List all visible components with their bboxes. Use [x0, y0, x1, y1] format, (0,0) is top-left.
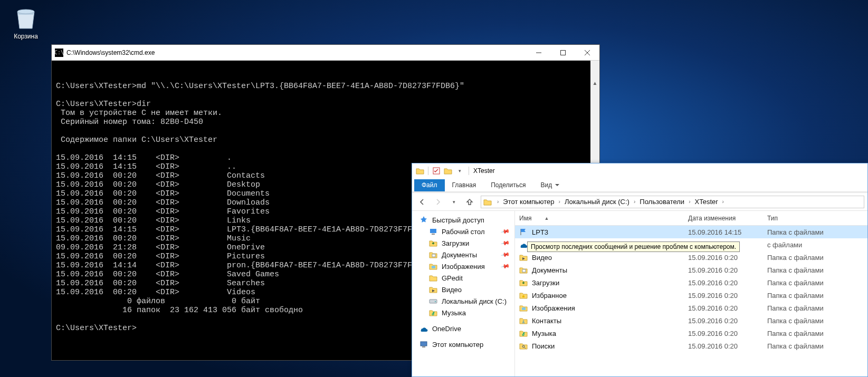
file-type: Папка с файлами [767, 266, 867, 274]
crumb-xtester[interactable]: XTester [692, 198, 720, 206]
file-type: Папка с файлами [767, 292, 867, 299]
file-name: Документы [532, 266, 567, 274]
cmd-titlebar[interactable]: C:\ C:\Windows\system32\cmd.exe [52, 45, 599, 61]
video-icon [519, 253, 528, 262]
file-type: Папка с файлами [767, 317, 867, 325]
close-button[interactable] [575, 45, 599, 60]
qat-properties-icon[interactable] [432, 165, 441, 177]
nav-forward-button[interactable] [431, 195, 445, 209]
nav-item-downloads[interactable]: Загрузки📌 [412, 237, 514, 249]
nav-quick-access[interactable]: Быстрый доступ [412, 214, 514, 226]
nav-history-button[interactable]: ▾ [447, 195, 461, 209]
sort-asc-icon: ▲ [544, 216, 549, 221]
explorer-window: ▾ XTester Файл Главная Поделиться Вид ▾ … [412, 163, 868, 377]
file-type: с файлами [767, 241, 867, 249]
file-date: 15.09.2016 0:20 [688, 254, 767, 262]
file-name: Изображения [532, 304, 575, 312]
file-row[interactable]: LPT315.09.2016 14:15Папка с файлами [515, 226, 867, 238]
svg-rect-12 [522, 307, 526, 310]
column-name[interactable]: Имя ▲ [519, 215, 688, 222]
file-date: 15.09.2016 0:20 [688, 317, 767, 325]
recycle-bin[interactable]: Корзина [7, 5, 44, 40]
file-row[interactable]: Изображения15.09.2016 0:20Папка с файлам… [515, 302, 867, 314]
svg-rect-1 [561, 50, 566, 55]
minimize-button[interactable] [527, 45, 551, 60]
nav-item-desktop[interactable]: Рабочий стол📌 [412, 226, 514, 237]
crumb-users[interactable]: Пользователи [637, 198, 686, 206]
chevron-right-icon[interactable]: › [557, 199, 562, 205]
downloads-icon [429, 239, 437, 247]
maximize-button[interactable] [551, 45, 575, 60]
search-icon [519, 342, 528, 350]
nav-item-documents[interactable]: Документы📌 [412, 249, 514, 260]
file-row[interactable]: Загрузки15.09.2016 0:20Папка с файлами [515, 276, 867, 289]
cmd-title: C:\Windows\system32\cmd.exe [66, 49, 527, 56]
nav-item-video[interactable]: Видео [412, 284, 514, 295]
pictures-icon [429, 262, 437, 270]
tab-home[interactable]: Главная [445, 179, 484, 191]
nav-item-music[interactable]: Музыка [412, 307, 514, 318]
music-icon [429, 308, 437, 317]
documents-icon [429, 250, 437, 259]
nav-item-drive[interactable]: Локальный диск (C:) [412, 295, 514, 307]
ribbon-tabs: Файл Главная Поделиться Вид [412, 178, 867, 191]
svg-rect-3 [430, 229, 436, 233]
file-row[interactable]: Музыка15.09.2016 0:20Папка с файлами [515, 327, 867, 340]
svg-point-13 [523, 321, 524, 322]
file-row[interactable]: Поиски15.09.2016 0:20Папка с файлами [515, 340, 867, 352]
onedrive-icon [419, 324, 428, 333]
folder-icon [429, 274, 437, 282]
svg-point-8 [435, 301, 436, 302]
column-date[interactable]: Дата изменения [688, 215, 767, 222]
documents-icon [519, 266, 528, 274]
nav-up-button[interactable] [463, 195, 476, 209]
qat-dropdown-icon[interactable]: ▾ [455, 165, 464, 177]
explorer-nav-pane: Быстрый доступ Рабочий стол📌Загрузки📌Док… [412, 211, 515, 376]
nav-item-label: Загрузки [442, 239, 469, 247]
file-name: Избранное [532, 292, 567, 299]
tab-share[interactable]: Поделиться [483, 179, 533, 191]
scroll-up-arrow[interactable]: ▲ [590, 79, 599, 88]
file-row[interactable]: Контакты15.09.2016 0:20Папка с файлами [515, 314, 867, 327]
nav-item-pictures[interactable]: Изображения📌 [412, 260, 514, 272]
chevron-right-icon[interactable]: › [720, 199, 726, 205]
column-type[interactable]: Тип [767, 215, 867, 222]
nav-item-label: Видео [442, 286, 462, 294]
svg-rect-5 [432, 254, 435, 257]
crumb-drive-c[interactable]: Локальный диск (C:) [562, 198, 632, 206]
file-row[interactable]: Избранное15.09.2016 0:20Папка с файлами [515, 289, 867, 302]
explorer-folder-icon [415, 165, 425, 177]
nav-onedrive[interactable]: OneDrive [412, 323, 514, 334]
video-icon [429, 285, 437, 294]
qat-newfolder-icon[interactable] [443, 165, 453, 177]
nav-this-pc[interactable]: Этот компьютер [412, 339, 514, 350]
chevron-right-icon[interactable]: › [632, 199, 637, 205]
music-icon [519, 329, 528, 337]
file-type: Папка с файлами [767, 254, 867, 262]
breadcrumb[interactable]: › Этот компьютер › Локальный диск (C:) ›… [481, 196, 864, 208]
file-row[interactable]: Видео15.09.2016 0:20Папка с файлами [515, 251, 867, 264]
nav-back-button[interactable] [415, 195, 429, 209]
explorer-title: XTester [470, 167, 495, 175]
svg-rect-11 [522, 269, 526, 272]
list-header: Имя ▲ Дата изменения Тип [515, 211, 867, 226]
svg-rect-7 [430, 299, 437, 303]
nav-item-folder[interactable]: GPedit [412, 272, 514, 284]
file-type: Папка с файлами [767, 279, 867, 287]
crumb-this-pc[interactable]: Этот компьютер [501, 198, 556, 206]
file-name: Загрузки [532, 279, 559, 287]
nav-item-label: Рабочий стол [442, 228, 485, 236]
file-date: 15.09.2016 0:20 [688, 330, 767, 337]
tab-view[interactable]: Вид [533, 179, 567, 191]
file-row[interactable]: Документы15.09.2016 0:20Папка с файлами [515, 264, 867, 276]
file-type: Папка с файлами [767, 342, 867, 350]
explorer-titlebar[interactable]: ▾ XTester [412, 163, 867, 178]
file-date: 15.09.2016 0:20 [688, 304, 767, 312]
tab-file[interactable]: Файл [414, 179, 445, 191]
file-date: 15.09.2016 0:20 [688, 292, 767, 299]
file-name: LPT3 [532, 228, 548, 236]
contacts-icon [519, 316, 528, 325]
nav-item-label: Изображения [442, 263, 485, 270]
chevron-right-icon[interactable]: › [495, 199, 501, 205]
chevron-right-icon[interactable]: › [686, 199, 692, 205]
